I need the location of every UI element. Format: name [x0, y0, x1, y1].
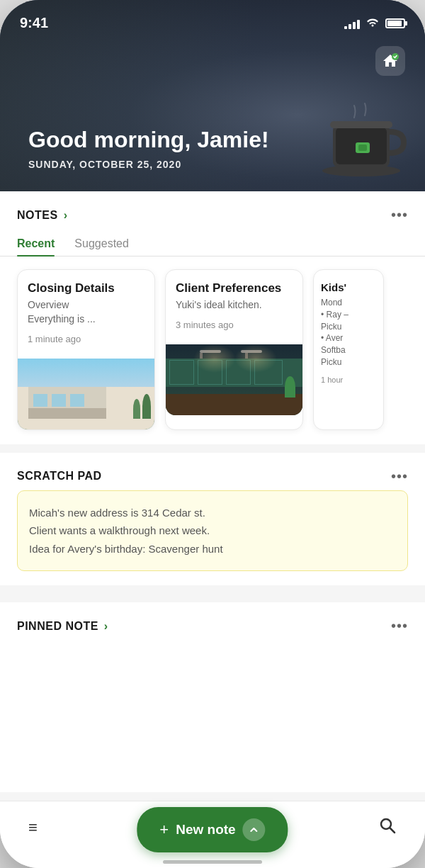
scratch-pad-text: Micah's new address is 314 Cedar st. Cli…: [29, 504, 396, 558]
note-card-kids[interactable]: Kids' Mond• Ray –Picku• AverSoftbaPicku …: [313, 269, 384, 430]
hero-greeting: Good morning, Jamie!: [28, 126, 397, 153]
new-note-button[interactable]: + New note: [137, 807, 288, 852]
notes-section: NOTES › ••• Recent Suggested Closing Det…: [0, 191, 425, 444]
hamburger-menu-icon[interactable]: ≡: [28, 818, 38, 837]
note-card-time-0: 1 minute ago: [28, 334, 144, 344]
home-indicator: [163, 860, 262, 864]
section-divider: [0, 594, 425, 602]
note-card-image-1: [166, 344, 302, 415]
hero-date: SUNDAY, OCTOBER 25, 2020: [28, 159, 397, 170]
scratch-pad-content[interactable]: Micah's new address is 314 Cedar st. Cli…: [17, 490, 408, 572]
new-note-label: New note: [176, 822, 235, 838]
note-card-title-0: Closing Details: [28, 281, 144, 295]
battery-icon: [385, 18, 405, 28]
note-card-title-1: Client Preferences: [176, 281, 293, 295]
notes-section-header: NOTES › •••: [0, 191, 425, 229]
notes-title-row: NOTES ›: [17, 209, 67, 222]
wifi-icon: [366, 18, 380, 29]
note-card-image-0: [18, 359, 154, 429]
pinned-note-title-row: PINNED NOTE ›: [17, 620, 108, 633]
note-card-preview-1: Yuki's ideal kitchen.: [176, 298, 293, 312]
pinned-note-arrow-icon[interactable]: ›: [104, 620, 108, 633]
phone-frame: 9:41: [0, 0, 425, 868]
pinned-note-section: PINNED NOTE › •••: [0, 602, 425, 792]
note-card-title-2: Kids': [321, 281, 376, 294]
status-bar: 9:41: [0, 0, 425, 39]
search-icon[interactable]: [378, 816, 397, 839]
scratch-pad-section: SCRATCH PAD ••• Micah's new address is 3…: [0, 453, 425, 586]
notes-more-icon[interactable]: •••: [391, 207, 408, 223]
scratch-pad-header: SCRATCH PAD •••: [0, 453, 425, 490]
notes-cards-container: Closing Details OverviewEverything is ..…: [0, 257, 425, 444]
svg-line-8: [390, 828, 395, 833]
hero-content: Good morning, Jamie! SUNDAY, OCTOBER 25,…: [28, 126, 397, 170]
status-icons: [344, 18, 405, 29]
pinned-note-title: PINNED NOTE: [17, 620, 98, 633]
new-note-plus-icon: +: [159, 821, 169, 839]
notes-tabs: Recent Suggested: [0, 229, 425, 257]
main-content: NOTES › ••• Recent Suggested Closing Det…: [0, 191, 425, 801]
status-time: 9:41: [20, 15, 48, 31]
note-card-preview-2: Mond• Ray –Picku• AverSoftbaPicku: [321, 297, 376, 368]
note-card-time-2: 1 hour: [321, 376, 376, 384]
signal-strength-icon: [344, 18, 360, 29]
notes-arrow-icon[interactable]: ›: [64, 209, 67, 222]
note-card-client-preferences[interactable]: Client Preferences Yuki's ideal kitchen.…: [165, 269, 303, 430]
scratch-pad-more-icon[interactable]: •••: [391, 468, 408, 485]
new-note-chevron-icon[interactable]: [243, 818, 266, 841]
scratch-pad-title: SCRATCH PAD: [17, 470, 102, 483]
notes-section-title: NOTES: [17, 209, 58, 222]
note-card-preview-0: OverviewEverything is ...: [28, 298, 144, 326]
note-card-time-1: 3 minutes ago: [176, 320, 293, 330]
bottom-bar: ≡ + New note: [0, 801, 425, 868]
home-icon-button[interactable]: [375, 46, 405, 76]
pinned-note-more-icon[interactable]: •••: [391, 618, 408, 634]
note-card-closing-details[interactable]: Closing Details OverviewEverything is ..…: [17, 269, 155, 430]
tab-recent[interactable]: Recent: [17, 232, 55, 256]
tab-suggested[interactable]: Suggested: [74, 232, 129, 256]
pinned-note-header: PINNED NOTE › •••: [0, 602, 425, 640]
